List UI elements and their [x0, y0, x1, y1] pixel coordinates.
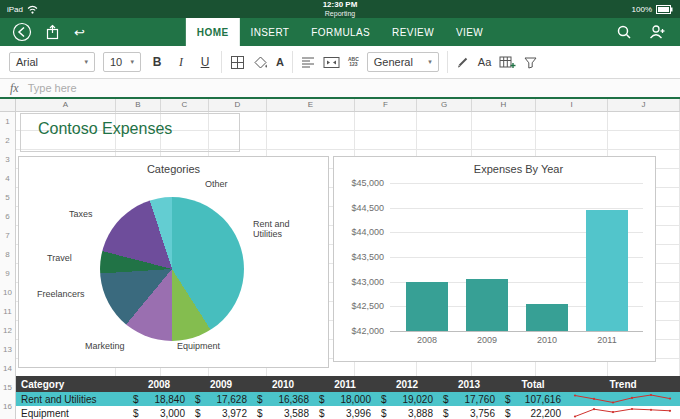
select-all-corner[interactable] [0, 99, 16, 111]
bar-2009[interactable] [466, 279, 508, 331]
column-header-f[interactable]: F [355, 99, 417, 111]
tab-formulas[interactable]: FORMULAS [300, 18, 381, 46]
table-header-row: Category200820092010201120122013TotalTre… [16, 376, 680, 392]
expense-table[interactable]: Category200820092010201120122013TotalTre… [16, 376, 680, 419]
row-header-11[interactable]: 11 [0, 302, 15, 321]
share-person-icon[interactable] [648, 24, 666, 40]
amount: 18,000 [340, 394, 371, 405]
column-header-g[interactable]: G [417, 99, 472, 111]
value-cell: $17,628 [190, 394, 252, 405]
table-header-cell[interactable]: Trend [566, 379, 680, 390]
font-name-dropdown[interactable]: Arial▾ [9, 52, 95, 72]
cell-styles-icon[interactable]: Aa [478, 56, 491, 68]
row-header-2[interactable]: 2 [0, 131, 15, 150]
row-header-4[interactable]: 4 [0, 169, 15, 188]
column-header-d[interactable]: D [209, 99, 267, 111]
bar-2008[interactable] [406, 282, 448, 331]
font-size-dropdown[interactable]: 10▾ [103, 52, 141, 72]
table-header-cell[interactable]: 2012 [376, 379, 438, 390]
tab-home[interactable]: HOME [186, 18, 240, 46]
insert-table-icon[interactable] [499, 55, 516, 69]
row-header-8[interactable]: 8 [0, 245, 15, 264]
formula-bar[interactable]: fx Type here [0, 79, 680, 99]
column-header-a[interactable]: A [16, 99, 116, 111]
row-header-5[interactable]: 5 [0, 188, 15, 207]
table-row[interactable]: Equipment$3,000$3,972$3,588$3,996$3,888$… [16, 406, 680, 419]
amount: 3,588 [284, 408, 309, 419]
status-bar: iPad 12:30 PM Reporting 100% [0, 0, 680, 18]
column-header-h[interactable]: H [472, 99, 536, 111]
row-header-13[interactable]: 13 [0, 340, 15, 359]
value-cell: $16,368 [252, 394, 314, 405]
chevron-down-icon: ▾ [84, 58, 88, 66]
row-header-14[interactable]: 14 [0, 359, 15, 378]
table-header-cell[interactable]: 2011 [314, 379, 376, 390]
currency-symbol: $ [195, 394, 201, 405]
number-format-icon[interactable]: ABC 123 [348, 57, 359, 68]
column-header-c[interactable]: C [161, 99, 209, 111]
x-axis-label: 2010 [526, 335, 568, 345]
x-axis-label: 2009 [466, 335, 508, 345]
currency-symbol: $ [381, 408, 387, 419]
row-headers: 12345678910111213141516 [0, 112, 16, 419]
row-header-6[interactable]: 6 [0, 207, 15, 226]
amount: 18,840 [154, 394, 185, 405]
table-header-cell[interactable]: 2013 [438, 379, 500, 390]
row-header-15[interactable]: 15 [0, 378, 15, 397]
table-header-cell[interactable]: 2009 [190, 379, 252, 390]
align-icon[interactable] [301, 56, 315, 68]
filter-icon[interactable] [524, 56, 537, 69]
number-format-dropdown[interactable]: General▾ [367, 52, 439, 72]
sheet-grid[interactable]: 12345678910111213141516 Contoso Expenses… [0, 112, 680, 419]
tab-review[interactable]: REVIEW [381, 18, 445, 46]
category-cell: Rent and Utilities [16, 394, 128, 405]
clock: 12:30 PM [323, 0, 358, 9]
row-header-7[interactable]: 7 [0, 226, 15, 245]
undo-icon[interactable]: ↩ [74, 26, 85, 39]
fill-color-icon[interactable] [253, 55, 268, 70]
row-header-9[interactable]: 9 [0, 264, 15, 283]
row-header-1[interactable]: 1 [0, 112, 15, 131]
table-header-cell[interactable]: 2008 [128, 379, 190, 390]
formula-input[interactable]: Type here [28, 82, 77, 94]
table-header-cell[interactable]: Total [500, 379, 566, 390]
font-color-icon[interactable]: A [276, 57, 284, 68]
column-header-e[interactable]: E [267, 99, 355, 111]
column-header-j[interactable]: J [608, 99, 680, 111]
search-icon[interactable] [616, 24, 632, 40]
column-header-i[interactable]: I [536, 99, 608, 111]
toolbar-divider [221, 51, 222, 73]
value-cell: $3,000 [128, 408, 190, 419]
currency-symbol: $ [133, 394, 139, 405]
table-header-cell[interactable]: 2010 [252, 379, 314, 390]
amount: 3,000 [160, 408, 185, 419]
share-icon[interactable] [45, 24, 61, 40]
tab-view[interactable]: VIEW [445, 18, 494, 46]
row-header-3[interactable]: 3 [0, 150, 15, 169]
table-row[interactable]: Rent and Utilities$18,840$17,628$16,368$… [16, 392, 680, 406]
bar-2011[interactable] [586, 210, 628, 331]
trend-cell [566, 393, 680, 405]
row-header-12[interactable]: 12 [0, 321, 15, 340]
back-button[interactable] [12, 22, 32, 42]
row-header-16[interactable]: 16 [0, 397, 15, 416]
pie [100, 197, 244, 341]
tab-insert[interactable]: INSERT [239, 18, 300, 46]
value-cell: $18,840 [128, 394, 190, 405]
underline-button[interactable]: U [197, 55, 213, 69]
ribbon: ↩ HOMEINSERTFORMULASREVIEWVIEW [0, 18, 680, 46]
bar-2010[interactable] [526, 304, 568, 331]
bar-chart-object[interactable]: Expenses By Year 2008200920102011 $45,00… [333, 156, 656, 362]
currency-symbol: $ [443, 394, 449, 405]
borders-icon[interactable] [230, 55, 245, 70]
pie-chart-object[interactable]: Categories Rent and Utilities Equipment … [18, 156, 329, 368]
italic-button[interactable]: I [173, 55, 189, 70]
merge-cells-icon[interactable] [323, 56, 340, 69]
column-header-b[interactable]: B [116, 99, 161, 111]
value-cell: $107,616 [500, 394, 566, 405]
table-header-cell[interactable]: Category [16, 379, 128, 390]
pen-icon[interactable] [456, 55, 470, 69]
fx-icon[interactable]: fx [10, 81, 19, 96]
row-header-10[interactable]: 10 [0, 283, 15, 302]
bold-button[interactable]: B [149, 55, 165, 69]
